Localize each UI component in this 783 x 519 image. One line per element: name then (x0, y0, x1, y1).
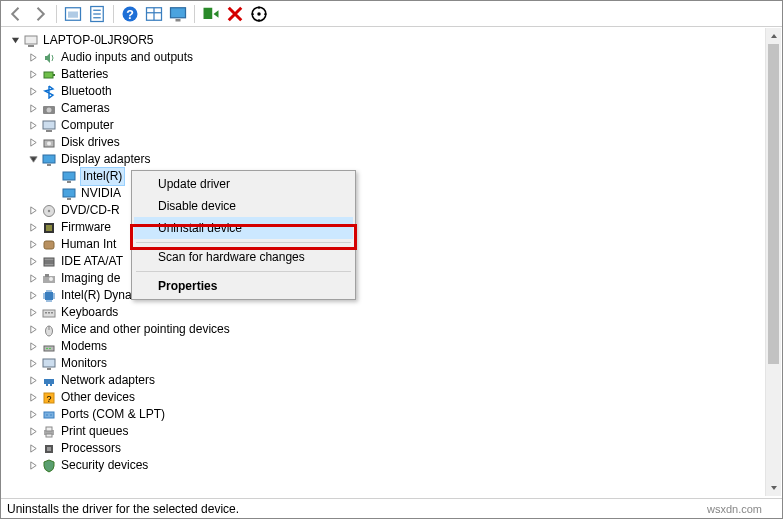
tree-category[interactable]: Batteries (5, 66, 782, 83)
chevron-icon[interactable] (27, 443, 39, 455)
tree-category[interactable]: ?Other devices (5, 389, 782, 406)
scrollbar[interactable] (765, 28, 781, 496)
tree-category-label: Batteries (61, 66, 108, 83)
show-hidden-button[interactable] (62, 3, 84, 25)
printer-icon (41, 424, 57, 440)
chevron-icon[interactable] (27, 358, 39, 370)
camera-icon (41, 101, 57, 117)
tree-category[interactable]: Ports (COM & LPT) (5, 406, 782, 423)
chevron-icon[interactable] (27, 205, 39, 217)
tree-category[interactable]: Keyboards (5, 304, 782, 321)
svg-rect-16 (25, 36, 37, 44)
menu-update-driver[interactable]: Update driver (134, 173, 353, 195)
tree-category[interactable]: Intel(R) Dynamic Platform and Thermal Fr… (5, 287, 782, 304)
chevron-icon[interactable] (27, 409, 39, 421)
view-grid-button[interactable] (143, 3, 165, 25)
svg-rect-56 (46, 384, 48, 386)
chevron-icon[interactable] (27, 103, 39, 115)
tree-category[interactable]: Processors (5, 440, 782, 457)
chevron-icon[interactable] (27, 137, 39, 149)
svg-rect-43 (45, 292, 53, 300)
scan-button[interactable] (248, 3, 270, 25)
back-button[interactable] (5, 3, 27, 25)
chevron-icon[interactable] (27, 426, 39, 438)
tree-category-label: Firmware (61, 219, 111, 236)
tree-category[interactable]: Security devices (5, 457, 782, 474)
svg-rect-26 (43, 155, 55, 163)
svg-rect-36 (44, 241, 54, 249)
tree-category-label: Ports (COM & LPT) (61, 406, 165, 423)
menu-disable-device[interactable]: Disable device (134, 195, 353, 217)
tree-category[interactable]: Firmware (5, 219, 782, 236)
tree-category-label: Network adapters (61, 372, 155, 389)
tree-category[interactable]: Print queues (5, 423, 782, 440)
svg-rect-57 (50, 384, 52, 386)
help-button[interactable]: ? (119, 3, 141, 25)
tree-category[interactable]: Imaging de (5, 270, 782, 287)
svg-text:?: ? (46, 394, 51, 404)
scroll-thumb[interactable] (768, 44, 779, 364)
tree-category[interactable]: IDE ATA/AT (5, 253, 782, 270)
chevron-icon[interactable] (27, 324, 39, 336)
properties-button[interactable] (86, 3, 108, 25)
monitor-button[interactable] (167, 3, 189, 25)
firmware-icon (41, 220, 57, 236)
forward-button[interactable] (29, 3, 51, 25)
svg-rect-1 (68, 11, 78, 17)
scroll-down-button[interactable] (766, 480, 781, 496)
audio-icon (41, 50, 57, 66)
svg-rect-31 (67, 198, 71, 200)
menu-scan-hardware[interactable]: Scan for hardware changes (134, 246, 353, 268)
menu-uninstall-device[interactable]: Uninstall device (134, 217, 353, 239)
chevron-icon[interactable] (27, 120, 39, 132)
tree-category[interactable]: Audio inputs and outputs (5, 49, 782, 66)
chevron-icon[interactable] (27, 256, 39, 268)
chevron-down-icon[interactable] (9, 35, 21, 47)
chevron-icon[interactable] (27, 460, 39, 472)
tree-category[interactable]: Display adapters (5, 151, 782, 168)
tree-category[interactable]: Disk drives (5, 134, 782, 151)
chevron-icon[interactable] (27, 86, 39, 98)
tree-device[interactable]: Intel(R) (5, 168, 782, 185)
tree-category[interactable]: Bluetooth (5, 83, 782, 100)
svg-rect-50 (44, 346, 54, 351)
scroll-up-button[interactable] (766, 28, 781, 44)
hid-icon (41, 237, 57, 253)
enable-button[interactable] (200, 3, 222, 25)
svg-point-21 (47, 107, 52, 112)
dvd-icon (41, 203, 57, 219)
tree-category[interactable]: Modems (5, 338, 782, 355)
svg-point-62 (50, 414, 52, 416)
chip-icon (41, 288, 57, 304)
chevron-icon[interactable] (27, 341, 39, 353)
menu-properties[interactable]: Properties (134, 275, 353, 297)
tree-root[interactable]: LAPTOP-0LJR9OR5 (5, 32, 782, 49)
tree-category[interactable]: Human Int (5, 236, 782, 253)
tree-category[interactable]: Network adapters (5, 372, 782, 389)
tree-category[interactable]: Computer (5, 117, 782, 134)
svg-rect-11 (171, 7, 186, 17)
chevron-icon[interactable] (27, 307, 39, 319)
chevron-icon[interactable] (27, 273, 39, 285)
svg-rect-29 (67, 181, 71, 183)
tree-category-label: Mice and other pointing devices (61, 321, 230, 338)
chevron-icon[interactable] (27, 52, 39, 64)
chevron-icon[interactable] (27, 375, 39, 387)
tree-category[interactable]: Cameras (5, 100, 782, 117)
menu-item-label: Scan for hardware changes (158, 250, 305, 264)
chevron-icon[interactable] (27, 239, 39, 251)
tree-device[interactable]: NVIDIA (5, 185, 782, 202)
chevron-icon[interactable] (27, 392, 39, 404)
tree-root-label: LAPTOP-0LJR9OR5 (43, 32, 154, 49)
svg-rect-53 (43, 359, 55, 367)
chevron-icon[interactable] (27, 290, 39, 302)
tree-category-label: Monitors (61, 355, 107, 372)
tree-category[interactable]: Mice and other pointing devices (5, 321, 782, 338)
chevron-icon[interactable] (27, 69, 39, 81)
chevron-icon[interactable] (27, 222, 39, 234)
watermark: wsxdn.com (707, 503, 762, 515)
chevron-icon[interactable] (27, 154, 39, 166)
uninstall-button[interactable] (224, 3, 246, 25)
tree-category[interactable]: Monitors (5, 355, 782, 372)
tree-category[interactable]: DVD/CD-R (5, 202, 782, 219)
